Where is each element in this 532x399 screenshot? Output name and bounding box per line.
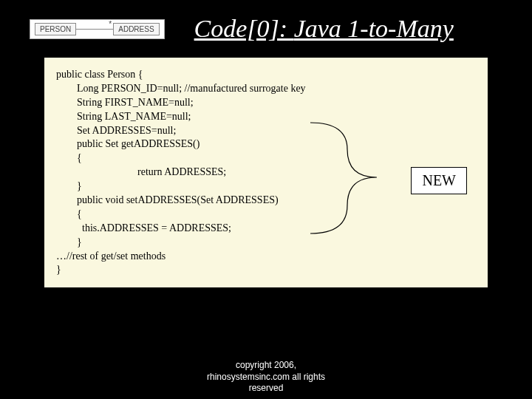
uml-association-line: * [76, 29, 113, 30]
code-line: } [56, 263, 476, 277]
footer-line: rhinosystemsinc.com all rights [0, 372, 532, 383]
uml-diagram: PERSON * ADDRESS [30, 19, 165, 39]
code-line: this.ADDRESSES = ADDRESSES; [56, 222, 476, 236]
slide-title: Code[0]: Java 1-to-Many [194, 15, 454, 43]
code-line: String FIRST_NAME=null; [56, 96, 476, 110]
code-line: String LAST_NAME=null; [56, 110, 476, 124]
footer: copyright 2006, rhinosystemsinc.com all … [0, 360, 532, 395]
uml-entity-address: ADDRESS [113, 23, 159, 35]
code-line: public Set getADDRESSES() [56, 137, 476, 151]
uml-entity-person: PERSON [35, 23, 76, 35]
code-line: Long PERSON_ID=null; //manufactured surr… [56, 82, 476, 96]
code-line: } [56, 236, 476, 250]
code-line: public class Person { [56, 68, 476, 82]
uml-multiplicity: * [109, 20, 112, 28]
new-badge: NEW [411, 167, 467, 194]
code-line: public void setADDRESSES(Set ADDRESSES) [56, 194, 476, 208]
title-row: PERSON * ADDRESS Code[0]: Java 1-to-Many [0, 0, 532, 50]
code-line: { [56, 151, 476, 166]
footer-line: reserved [0, 383, 532, 395]
code-line: …//rest of get/set methods [56, 250, 476, 264]
code-line: { [56, 208, 476, 222]
code-block: public class Person { Long PERSON_ID=nul… [44, 58, 488, 287]
code-line: Set ADDRESSES=null; [56, 124, 476, 138]
title-main: Java 1-to-Many [294, 15, 454, 42]
title-prefix: Code[0]: [194, 15, 294, 42]
footer-line: copyright 2006, [0, 360, 532, 372]
